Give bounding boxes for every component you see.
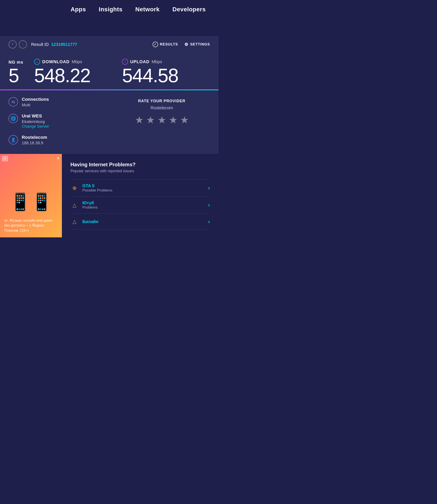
result-id-label: Result ID 12319511777: [31, 42, 77, 47]
nav-insights[interactable]: Insights: [99, 6, 122, 13]
download-arrow-icon: ↓: [34, 59, 40, 65]
ad-text: кс. Музыку онлайн или даже без доплаты –…: [4, 218, 58, 233]
hero-area: [0, 17, 218, 36]
ad-badge: ⓪: [2, 156, 8, 161]
server-title: Ural WES: [22, 113, 49, 119]
top-navigation: Apps Insights Network Developers: [0, 0, 218, 17]
rate-provider: Rostelecom: [150, 105, 173, 110]
results-label: RESULTS: [160, 42, 178, 47]
gta5-icon: ⊕: [70, 184, 79, 192]
result-id-label-text: Result ID: [31, 42, 49, 47]
social-icons: f ···: [9, 40, 27, 49]
server-icon: 🌐: [9, 114, 18, 123]
stars-container: ★ ★ ★ ★ ★: [135, 114, 189, 126]
gta5-status: Possible Problems: [82, 188, 204, 192]
problem-gta5[interactable]: ⊕ GTA 5 Possible Problems ›: [70, 179, 210, 196]
star-3[interactable]: ★: [158, 114, 166, 126]
isp-ip: 188.18.39.9: [22, 141, 47, 145]
settings-button[interactable]: ⚙ SETTINGS: [184, 42, 210, 47]
upload-arrow-icon: ↑: [122, 59, 128, 65]
beeline-arrow: ›: [208, 218, 210, 225]
upload-block: ↑ UPLOAD Mbps 544.58: [122, 59, 210, 85]
upload-unit: Mbps: [151, 59, 162, 64]
star-1[interactable]: ★: [135, 114, 144, 126]
server-content: Ural WES Ekaterinburg Change Server: [22, 113, 49, 129]
rate-title: RATE YOUR PROVIDER: [138, 99, 185, 103]
download-label-row: ↓ DOWNLOAD Mbps: [34, 59, 122, 65]
ping-block: NG ms 5: [9, 60, 34, 85]
upload-label-text: UPLOAD: [130, 59, 149, 64]
star-5[interactable]: ★: [180, 114, 189, 126]
problems-subtitle: Popular services with reported issues: [70, 169, 210, 173]
youtube-arrow: ›: [208, 202, 210, 208]
ad-close-button[interactable]: ✕: [57, 156, 60, 161]
star-2[interactable]: ★: [146, 114, 155, 126]
isp-content: Rostelecom 188.18.39.9: [22, 135, 47, 145]
ping-label: NG ms: [9, 60, 26, 65]
connections-icon: ⇆: [9, 97, 18, 107]
youtube-status: Problems: [82, 205, 204, 210]
beeline-name: Билайн: [82, 219, 204, 224]
settings-icon: ⚙: [184, 42, 189, 47]
nav-apps[interactable]: Apps: [71, 6, 86, 13]
speed-panel: NG ms 5 ↓ DOWNLOAD Mbps 548.22 ↑ UPLOAD …: [0, 52, 218, 90]
more-icon[interactable]: ···: [19, 40, 27, 49]
beeline-content: Билайн: [82, 219, 204, 224]
results-button[interactable]: ✓ RESULTS: [153, 42, 178, 47]
info-panel: ⇆ Connections Multi 🌐 Ural WES Ekaterinb…: [0, 90, 218, 154]
connections-row: ⇆ Connections Multi: [9, 97, 105, 107]
youtube-icon: △: [70, 201, 79, 209]
upload-label-row: ↑ UPLOAD Mbps: [122, 59, 210, 65]
youtube-name: Ютуб: [82, 201, 204, 205]
settings-label: SETTINGS: [190, 42, 210, 47]
nav-network[interactable]: Network: [135, 6, 159, 13]
advertisement: ⓪ ✕ 📱📱 кс. Музыку онлайн или даже без до…: [0, 154, 62, 237]
server-city: Ekaterinburg: [22, 119, 49, 124]
result-bar: f ··· Result ID 12319511777 ✓ RESULTS ⚙ …: [0, 36, 218, 52]
ad-phones-image: 📱📱: [4, 186, 58, 218]
info-left: ⇆ Connections Multi 🌐 Ural WES Ekaterinb…: [9, 97, 105, 145]
gta5-content: GTA 5 Possible Problems: [82, 183, 204, 192]
results-icon: ✓: [153, 42, 158, 47]
bottom-section: ⓪ ✕ 📱📱 кс. Музыку онлайн или даже без до…: [0, 154, 218, 237]
change-server-link[interactable]: Change Server: [22, 124, 49, 129]
ping-value: 5: [9, 66, 26, 85]
isp-icon: 👤: [9, 135, 18, 144]
download-unit: Mbps: [72, 59, 82, 64]
beeline-icon: △: [70, 218, 79, 226]
gta5-name: GTA 5: [82, 183, 204, 188]
problems-title: Having Internet Problems?: [70, 161, 210, 168]
download-label-text: DOWNLOAD: [42, 59, 70, 64]
isp-row: 👤 Rostelecom 188.18.39.9: [9, 135, 105, 145]
problem-youtube[interactable]: △ Ютуб Problems ›: [70, 196, 210, 213]
result-bar-left: f ··· Result ID 12319511777: [9, 40, 77, 49]
problem-beeline[interactable]: △ Билайн ›: [70, 213, 210, 230]
result-id-value: 12319511777: [51, 42, 77, 47]
connections-sub: Multi: [22, 103, 49, 107]
nav-developers[interactable]: Developers: [172, 6, 206, 13]
rating-panel: RATE YOUR PROVIDER Rostelecom ★ ★ ★ ★ ★: [114, 97, 210, 145]
isp-title: Rostelecom: [22, 135, 47, 140]
connections-title: Connections: [22, 97, 49, 102]
upload-value: 544.58: [122, 66, 210, 85]
youtube-content: Ютуб Problems: [82, 201, 204, 210]
connections-content: Connections Multi: [22, 97, 49, 107]
download-value: 548.22: [34, 66, 122, 85]
download-block: ↓ DOWNLOAD Mbps 548.22: [34, 59, 122, 85]
facebook-icon[interactable]: f: [9, 40, 17, 49]
internet-problems-panel: Having Internet Problems? Popular servic…: [62, 154, 218, 237]
server-row: 🌐 Ural WES Ekaterinburg Change Server: [9, 113, 105, 129]
star-4[interactable]: ★: [169, 114, 178, 126]
gta5-arrow: ›: [208, 185, 210, 191]
result-bar-right: ✓ RESULTS ⚙ SETTINGS: [153, 42, 210, 47]
